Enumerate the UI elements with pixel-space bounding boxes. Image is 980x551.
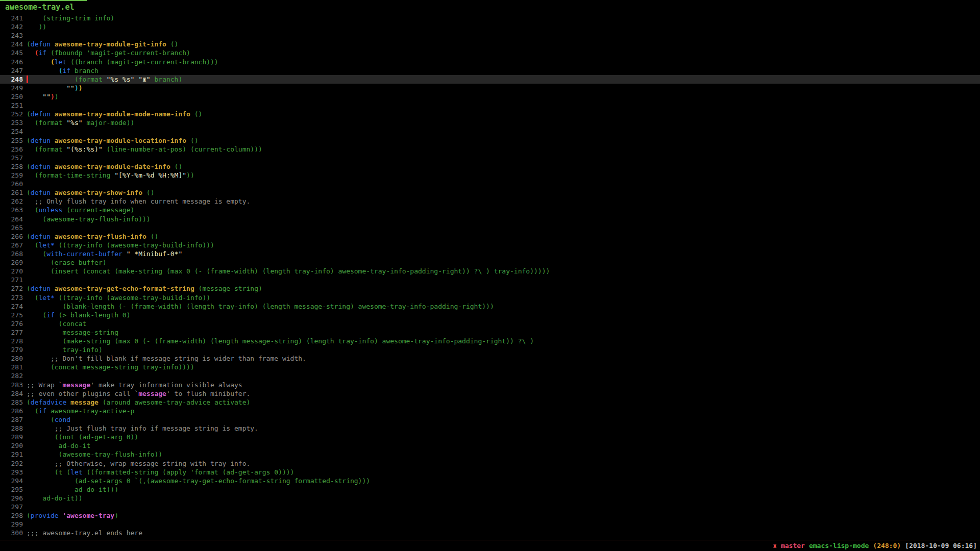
code-line[interactable]: 246 (let ((branch (magit-get-current-bra…	[0, 58, 980, 66]
code-line[interactable]: 280 ;; Don't fill blank if message strin…	[0, 354, 980, 363]
code-line[interactable]: 283;; Wrap `message' make tray informati…	[0, 381, 980, 389]
code-line[interactable]: 274 (blank-length (- (frame-width) (leng…	[0, 302, 980, 311]
code-line[interactable]: 288 ;; Just flush tray info if message s…	[0, 424, 980, 433]
code-line[interactable]: 263 (unless (current-message)	[0, 206, 980, 214]
code-line[interactable]: 275 (if (> blank-length 0)	[0, 311, 980, 319]
code-line[interactable]: 268 (with-current-buffer " *Minibuf-0*"	[0, 249, 980, 258]
code-token: (format-time-string	[27, 171, 114, 179]
code-line[interactable]: 261(defun awesome-tray-show-info ()	[0, 188, 980, 197]
code-line[interactable]: 279 tray-info)	[0, 345, 980, 354]
code-token: (format	[27, 119, 66, 127]
line-number: 259	[0, 171, 23, 180]
code-area[interactable]: 241 (string-trim info)242 ))243244(defun…	[0, 14, 980, 538]
code-line[interactable]: 272(defun awesome-tray-get-echo-format-s…	[0, 284, 980, 293]
code-token	[122, 250, 127, 258]
code-line[interactable]: 273 (let* ((tray-info (awesome-tray-buil…	[0, 293, 980, 302]
code-line[interactable]: 276 (concat	[0, 319, 980, 328]
active-tab-indicator	[0, 0, 87, 1]
code-line[interactable]: 297	[0, 503, 980, 511]
code-line[interactable]: 249 ""))	[0, 84, 980, 92]
code-line[interactable]: 266(defun awesome-tray-flush-info ()	[0, 232, 980, 241]
code-line[interactable]: 247 (if branch	[0, 66, 980, 75]
line-number: 277	[0, 328, 23, 337]
code-line[interactable]: 257	[0, 154, 980, 162]
code-line[interactable]: 277 message-string	[0, 328, 980, 337]
code-line[interactable]: 270 (insert (concat (make-string (max 0 …	[0, 267, 980, 276]
code-line[interactable]: 281 (concat message-string tray-info))))	[0, 363, 980, 371]
code-line[interactable]: 243	[0, 31, 980, 40]
major-mode-label: emacs-lisp-mode	[809, 542, 869, 549]
code-token: ((tray-info (awesome-tray-build-info))	[55, 294, 210, 302]
code-line[interactable]: 295 ad-do-it)))	[0, 485, 980, 494]
code-token: (concat message-string tray-info))))	[27, 363, 194, 371]
code-line[interactable]: 251	[0, 101, 980, 110]
code-token: ))	[27, 23, 46, 31]
code-line[interactable]: 259 (format-time-string "[%Y-%m-%d %H:%M…	[0, 171, 980, 180]
code-token: (blank-length (- (frame-width) (length t…	[27, 303, 494, 310]
code-token: message	[62, 381, 90, 389]
code-token: ad-do-it)))	[27, 486, 118, 493]
code-line-content: (defun awesome-tray-module-date-info ()	[23, 163, 182, 170]
code-token: awesome-tray-show-info	[55, 189, 142, 196]
code-line[interactable]: 287 (cond	[0, 415, 980, 424]
code-line-content: ;; Don't fill blank if message string is…	[23, 355, 306, 362]
code-line[interactable]: 255(defun awesome-tray-module-location-i…	[0, 136, 980, 145]
code-line[interactable]: 253 (format "%s" major-mode))	[0, 118, 980, 127]
code-line[interactable]: 291 (awesome-tray-flush-info))	[0, 450, 980, 459]
code-line[interactable]: 294 (ad-set-args 0 `(,(awesome-tray-get-…	[0, 477, 980, 485]
code-line[interactable]: 242 ))	[0, 22, 980, 31]
code-token: ()	[186, 137, 198, 144]
datetime-label: [2018-10-09 06:16]	[905, 542, 977, 549]
code-line[interactable]: 265	[0, 223, 980, 232]
code-line[interactable]: 264 (awesome-tray-flush-info)))	[0, 215, 980, 223]
code-line[interactable]: 245 (if (fboundp 'magit-get-current-bran…	[0, 48, 980, 57]
code-line[interactable]: 289 ((not (ad-get-arg 0))	[0, 433, 980, 441]
code-line[interactable]: 278 (make-string (max 0 (- (frame-width)…	[0, 337, 980, 345]
code-line[interactable]: 300;;; awesome-tray.el ends here	[0, 529, 980, 537]
code-line[interactable]: 250 ""))	[0, 92, 980, 101]
code-line[interactable]: 244(defun awesome-tray-module-git-info (…	[0, 40, 980, 48]
code-token	[51, 285, 55, 292]
code-line[interactable]: 299	[0, 520, 980, 529]
line-number: 272	[0, 284, 23, 293]
code-line[interactable]: 271	[0, 276, 980, 284]
code-token	[51, 137, 55, 144]
code-line[interactable]: 282	[0, 371, 980, 380]
code-line[interactable]: 258(defun awesome-tray-module-date-info …	[0, 162, 980, 171]
code-line[interactable]: 248 (format "%s %s" "♜" branch)	[0, 75, 980, 84]
code-line[interactable]: 256 (format "(%s:%s)" (line-number-at-po…	[0, 145, 980, 154]
code-token: ""	[42, 93, 51, 101]
code-line[interactable]: 298(provide 'awesome-tray)	[0, 511, 980, 520]
line-number: 291	[0, 450, 23, 459]
code-line[interactable]: 262 ;; Only flush tray info when current…	[0, 197, 980, 206]
code-line[interactable]: 269 (erase-buffer)	[0, 258, 980, 267]
code-line-content: (awesome-tray-flush-info))	[23, 450, 162, 458]
code-token: (format	[27, 76, 107, 83]
line-number: 279	[0, 345, 23, 354]
line-number: 274	[0, 302, 23, 311]
code-token: (	[51, 58, 55, 66]
code-line[interactable]: 267 (let* ((tray-info (awesome-tray-buil…	[0, 241, 980, 249]
code-token: (make-string (max 0 (- (frame-width) (le…	[27, 337, 534, 345]
line-number: 266	[0, 232, 23, 241]
code-line[interactable]: 290 ad-do-it	[0, 441, 980, 450]
code-line-content: (defun awesome-tray-module-mode-name-inf…	[23, 110, 202, 118]
code-line[interactable]: 293 (t (let ((formatted-string (apply 'f…	[0, 468, 980, 477]
line-number: 283	[0, 381, 23, 389]
code-line[interactable]: 286 (if awesome-tray-active-p	[0, 407, 980, 415]
code-line[interactable]: 252(defun awesome-tray-module-mode-name-…	[0, 110, 980, 118]
code-line[interactable]: 284;; even other plugins call `message' …	[0, 389, 980, 398]
code-token	[134, 76, 138, 83]
code-line[interactable]: 285(defadvice message (around awesome-tr…	[0, 398, 980, 407]
code-token: (	[27, 163, 31, 170]
code-line[interactable]: 254	[0, 127, 980, 136]
code-line[interactable]: 241 (string-trim info)	[0, 14, 980, 22]
code-line-content: (let ((branch (magit-get-current-branch)…	[23, 58, 218, 66]
code-line[interactable]: 296 ad-do-it))	[0, 494, 980, 503]
code-line[interactable]: 260	[0, 180, 980, 188]
code-token: (	[27, 189, 31, 196]
code-line[interactable]: 292 ;; Otherwise, wrap message string wi…	[0, 459, 980, 468]
buffer-tab-title[interactable]: awesome-tray.el	[5, 3, 74, 12]
code-token	[27, 84, 66, 92]
cursor-position-label: (248:0)	[873, 542, 901, 549]
